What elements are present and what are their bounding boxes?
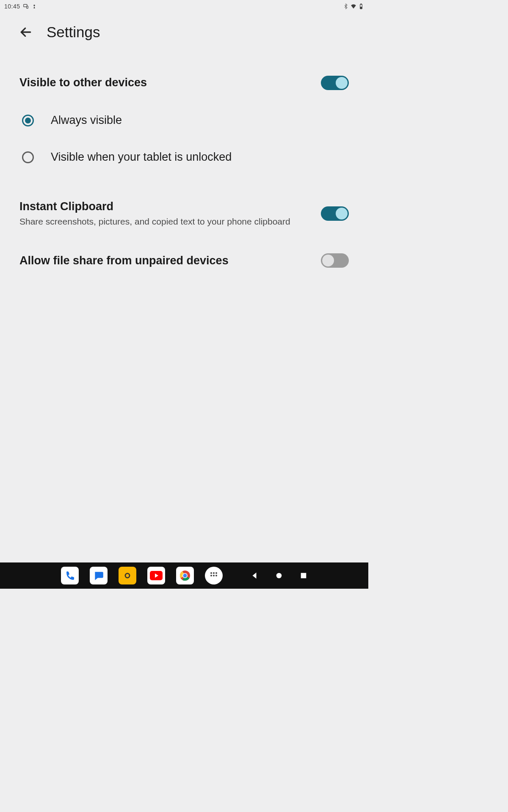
- radio-label: Visible when your tablet is unlocked: [51, 151, 232, 164]
- radio-visible-when-unlocked[interactable]: Visible when your tablet is unlocked: [19, 139, 349, 176]
- svg-rect-5: [360, 7, 362, 9]
- radio-indicator: [22, 115, 34, 126]
- setting-title: Allow file share from unpaired devices: [19, 253, 312, 268]
- nav-controls: [251, 572, 307, 579]
- setting-title: Instant Clipboard: [19, 199, 312, 214]
- setting-title: Visible to other devices: [19, 75, 312, 90]
- youtube-icon: [150, 571, 163, 580]
- bluetooth-icon: [343, 3, 349, 9]
- messages-icon: [93, 570, 104, 581]
- visibility-radio-group: Always visible Visible when your tablet …: [19, 98, 349, 184]
- back-button[interactable]: [19, 25, 33, 39]
- setting-allow-unpaired-fileshare: Allow file share from unpaired devices: [19, 241, 349, 281]
- status-bar: 10:45: [0, 0, 368, 11]
- camera-icon: [123, 571, 132, 580]
- toggle-knob: [336, 208, 348, 219]
- svg-point-19: [276, 573, 282, 579]
- status-left: 10:45: [4, 3, 37, 10]
- radio-always-visible[interactable]: Always visible: [19, 102, 349, 139]
- nav-home-icon[interactable]: [275, 572, 283, 579]
- battery-icon: [358, 3, 364, 9]
- phone-icon: [65, 571, 75, 581]
- radio-indicator: [22, 151, 34, 163]
- svg-point-12: [183, 574, 187, 578]
- arrow-left-icon: [19, 25, 33, 39]
- svg-rect-1: [26, 6, 28, 8]
- wifi-icon: [351, 3, 356, 9]
- app-youtube[interactable]: [147, 567, 165, 584]
- location-icon: [31, 3, 37, 9]
- svg-point-15: [215, 572, 217, 574]
- toggle-knob: [322, 255, 334, 266]
- svg-point-16: [210, 575, 212, 576]
- radio-label: Always visible: [51, 114, 122, 127]
- toggle-visible-to-devices[interactable]: [321, 76, 349, 90]
- svg-point-17: [213, 575, 215, 576]
- svg-point-13: [210, 572, 212, 574]
- status-time: 10:45: [4, 3, 20, 10]
- svg-point-14: [213, 572, 215, 574]
- header: Settings: [0, 11, 368, 53]
- nav-recent-icon[interactable]: [300, 572, 307, 579]
- content: Visible to other devices Always visible …: [0, 53, 368, 281]
- page-title: Settings: [47, 24, 100, 41]
- cast-icon: [23, 3, 29, 9]
- toggle-instant-clipboard[interactable]: [321, 206, 349, 221]
- app-camera[interactable]: [119, 567, 136, 584]
- svg-rect-4: [361, 4, 362, 4]
- nav-bar: [0, 562, 368, 589]
- svg-point-18: [215, 575, 217, 576]
- setting-subtitle: Share screenshots, pictures, and copied …: [19, 216, 312, 228]
- app-chrome[interactable]: [176, 567, 194, 584]
- svg-rect-20: [301, 573, 306, 579]
- app-drawer[interactable]: [205, 567, 223, 584]
- setting-instant-clipboard: Instant Clipboard Share screenshots, pic…: [19, 184, 349, 240]
- toggle-allow-unpaired-fileshare[interactable]: [321, 253, 349, 268]
- svg-point-8: [126, 574, 129, 577]
- status-right: [343, 3, 364, 9]
- setting-visible-to-devices: Visible to other devices: [19, 53, 349, 98]
- nav-back-icon[interactable]: [251, 572, 258, 579]
- apps-icon: [210, 571, 218, 580]
- toggle-knob: [336, 77, 348, 89]
- svg-point-2: [33, 5, 35, 6]
- app-phone[interactable]: [61, 567, 79, 584]
- app-messages[interactable]: [90, 567, 108, 584]
- chrome-icon: [179, 570, 191, 582]
